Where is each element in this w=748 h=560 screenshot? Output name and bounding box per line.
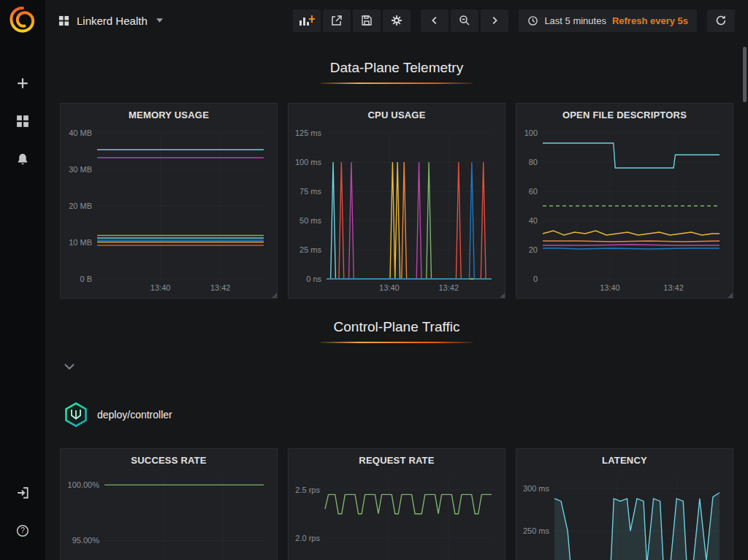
panel-title[interactable]: REQUEST RATE bbox=[289, 449, 505, 471]
dashboard-grid-icon[interactable] bbox=[58, 15, 69, 26]
svg-text:10 MB: 10 MB bbox=[69, 238, 92, 247]
svg-text:100: 100 bbox=[524, 129, 538, 137]
time-forward-button[interactable] bbox=[481, 9, 508, 32]
svg-text:?: ? bbox=[20, 526, 25, 534]
panel-title[interactable]: LATENCY bbox=[516, 449, 733, 471]
row-title-text: Data-Plane Telemetry bbox=[330, 60, 463, 75]
add-panel-button[interactable] bbox=[293, 9, 321, 32]
latency-chart[interactable]: 200 ms250 ms300 ms13:4013:42 bbox=[519, 471, 730, 560]
svg-text:2.0 rps: 2.0 rps bbox=[295, 534, 320, 542]
svg-text:250 ms: 250 ms bbox=[523, 526, 550, 535]
panel-actions-group bbox=[293, 9, 411, 32]
memory-usage-chart[interactable]: 0 B10 MB20 MB30 MB40 MB13:4013:42 bbox=[64, 126, 274, 295]
svg-text:25 ms: 25 ms bbox=[299, 245, 321, 254]
sign-in-icon[interactable] bbox=[13, 483, 32, 502]
navbar-right: Last 5 minutes Refresh every 5s bbox=[293, 9, 735, 32]
svg-text:0 B: 0 B bbox=[80, 275, 92, 283]
panel-title[interactable]: SUCCESS RATE bbox=[61, 449, 277, 471]
svg-text:20 MB: 20 MB bbox=[69, 202, 92, 210]
svg-text:2.5 rps: 2.5 rps bbox=[295, 486, 320, 494]
panel-success-rate: SUCCESS RATE 90.00%95.00%100.00%13:4013:… bbox=[60, 448, 278, 560]
row-title-text: Control-Plane Traffic bbox=[334, 319, 460, 334]
app-root: ? Linkerd Health bbox=[0, 0, 748, 560]
time-picker[interactable]: Last 5 minutes Refresh every 5s bbox=[519, 9, 697, 32]
row-title-underline bbox=[321, 83, 473, 84]
panel-memory-usage: MEMORY USAGE 0 B10 MB20 MB30 MB40 MB13:4… bbox=[60, 103, 278, 299]
panel-cpu-usage: CPU USAGE 0 ns25 ms50 ms75 ms100 ms125 m… bbox=[288, 103, 505, 299]
panels-row-controller: SUCCESS RATE 90.00%95.00%100.00%13:4013:… bbox=[60, 448, 733, 560]
navbar: Linkerd Health bbox=[45, 0, 748, 41]
svg-text:20: 20 bbox=[529, 245, 538, 254]
svg-text:100 ms: 100 ms bbox=[295, 158, 322, 166]
panel-open-file-descriptors: OPEN FILE DESCRIPTORS 02040608010013:401… bbox=[516, 103, 733, 299]
svg-text:13:42: 13:42 bbox=[210, 283, 231, 292]
panel-title[interactable]: OPEN FILE DESCRIPTORS bbox=[516, 104, 733, 126]
svg-text:13:42: 13:42 bbox=[438, 283, 459, 292]
dashboards-icon[interactable] bbox=[13, 112, 32, 131]
panel-latency: LATENCY 200 ms250 ms300 ms13:4013:42 bbox=[516, 448, 733, 560]
time-back-button[interactable] bbox=[421, 9, 449, 32]
clock-icon bbox=[527, 15, 538, 26]
deployment-header: deploy/controller bbox=[60, 402, 733, 428]
svg-text:40 MB: 40 MB bbox=[69, 129, 92, 137]
panel-resize-handle[interactable] bbox=[272, 293, 277, 298]
svg-text:60: 60 bbox=[529, 187, 538, 196]
linkerd-logo-icon bbox=[63, 402, 89, 428]
row-title-data-plane[interactable]: Data-Plane Telemetry bbox=[60, 60, 733, 84]
alerting-bell-icon[interactable] bbox=[13, 150, 32, 169]
deployment-label: deploy/controller bbox=[97, 409, 172, 421]
success-rate-chart[interactable]: 90.00%95.00%100.00%13:4013:42 bbox=[64, 471, 274, 560]
request-rate-chart[interactable]: 1.5 rps2.0 rps2.5 rps13:4013:42 bbox=[291, 471, 502, 560]
row-title-control-plane[interactable]: Control-Plane Traffic bbox=[60, 319, 733, 343]
row-title-underline bbox=[321, 342, 473, 343]
svg-text:50 ms: 50 ms bbox=[299, 216, 321, 225]
panel-resize-handle[interactable] bbox=[728, 293, 733, 298]
svg-text:300 ms: 300 ms bbox=[523, 484, 550, 493]
dashboard-content: Data-Plane Telemetry MEMORY USAGE 0 B10 … bbox=[45, 41, 748, 560]
svg-text:80: 80 bbox=[529, 158, 538, 166]
svg-text:13:40: 13:40 bbox=[150, 283, 171, 292]
create-plus-icon[interactable] bbox=[13, 74, 32, 93]
panel-request-rate: REQUEST RATE 1.5 rps2.0 rps2.5 rps13:401… bbox=[288, 448, 505, 560]
sidebar: ? bbox=[0, 0, 45, 560]
refresh-interval-label: Refresh every 5s bbox=[612, 15, 688, 26]
refresh-button[interactable] bbox=[707, 9, 735, 32]
svg-text:0 ns: 0 ns bbox=[306, 275, 321, 283]
dashboard-title[interactable]: Linkerd Health bbox=[77, 15, 148, 27]
zoom-out-button[interactable] bbox=[451, 9, 478, 32]
grafana-logo[interactable] bbox=[8, 6, 37, 35]
row-collapse-chevron-icon[interactable] bbox=[64, 364, 77, 374]
save-button[interactable] bbox=[353, 9, 381, 32]
svg-text:0: 0 bbox=[533, 275, 538, 283]
navbar-left: Linkerd Health bbox=[58, 15, 163, 27]
panels-row-telemetry: MEMORY USAGE 0 B10 MB20 MB30 MB40 MB13:4… bbox=[60, 103, 733, 299]
time-nav-group bbox=[421, 9, 508, 32]
svg-text:13:40: 13:40 bbox=[600, 283, 620, 292]
svg-text:30 MB: 30 MB bbox=[69, 165, 92, 174]
svg-text:40: 40 bbox=[529, 216, 538, 225]
time-range-label: Last 5 minutes bbox=[544, 15, 606, 26]
cpu-usage-chart[interactable]: 0 ns25 ms50 ms75 ms100 ms125 ms13:4013:4… bbox=[291, 126, 502, 295]
svg-text:95.00%: 95.00% bbox=[72, 536, 100, 545]
svg-text:13:40: 13:40 bbox=[379, 283, 400, 292]
main-area: Linkerd Health bbox=[45, 0, 748, 560]
chevron-down-icon[interactable] bbox=[156, 18, 163, 23]
svg-text:125 ms: 125 ms bbox=[295, 129, 322, 137]
help-icon[interactable]: ? bbox=[13, 521, 32, 540]
svg-text:100.00%: 100.00% bbox=[68, 480, 100, 489]
share-button[interactable] bbox=[323, 9, 351, 32]
panel-title[interactable]: CPU USAGE bbox=[289, 104, 505, 126]
settings-gear-icon[interactable] bbox=[383, 9, 411, 32]
svg-text:13:42: 13:42 bbox=[663, 283, 684, 292]
svg-text:75 ms: 75 ms bbox=[299, 187, 321, 196]
open-file-descriptors-chart[interactable]: 02040608010013:4013:42 bbox=[519, 126, 730, 295]
scrollbar[interactable] bbox=[743, 47, 747, 102]
panel-resize-handle[interactable] bbox=[500, 293, 505, 298]
panel-title[interactable]: MEMORY USAGE bbox=[61, 104, 277, 126]
